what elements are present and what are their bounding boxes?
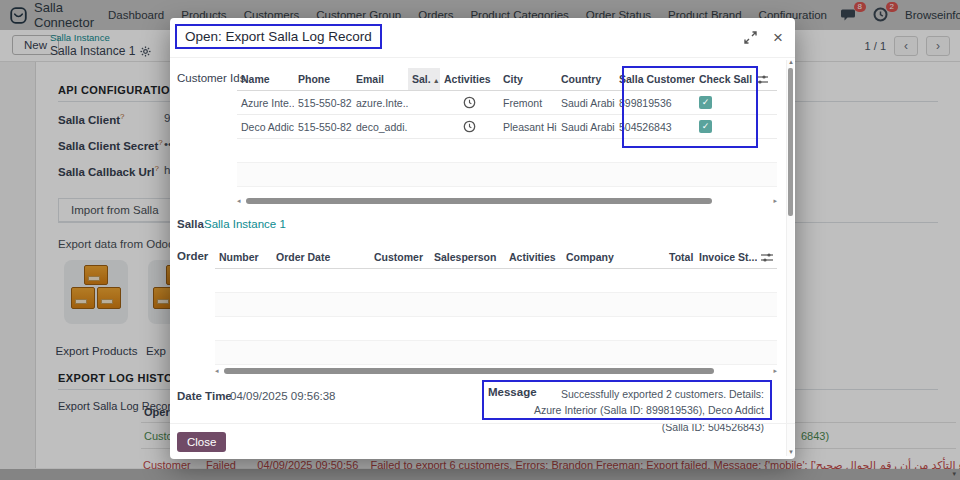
check-salla-checkbox[interactable]: ✓ xyxy=(699,96,712,109)
col-activities[interactable]: Activities xyxy=(505,246,562,269)
activity-clock-icon[interactable] xyxy=(440,115,499,139)
order-table-hscrollbar[interactable]: ◂▸ xyxy=(215,366,777,377)
col-country[interactable]: Country xyxy=(557,68,615,91)
col-total[interactable]: Total xyxy=(665,246,695,269)
modal-header: Open: Export Salla Log Record × xyxy=(170,18,795,58)
modal-title: Open: Export Salla Log Record xyxy=(175,24,382,49)
empty-row xyxy=(215,269,777,293)
modal-footer: Close xyxy=(170,423,795,459)
modal-vscrollbar[interactable]: ▴ ▾ xyxy=(786,60,794,456)
col-name[interactable]: Name xyxy=(237,68,294,91)
customer-table-hscrollbar[interactable]: ◂▸ xyxy=(237,196,777,207)
check-salla-checkbox[interactable]: ✓ xyxy=(699,120,712,133)
customer-table: Name Phone Email Sal.▲ Activities City C… xyxy=(237,68,777,187)
empty-row xyxy=(237,139,777,163)
col-salesperson[interactable]: Salesperson xyxy=(430,246,505,269)
col-city[interactable]: City xyxy=(499,68,557,91)
col-email[interactable]: Email xyxy=(352,68,408,91)
salla-instance-link[interactable]: Salla Instance 1 xyxy=(204,218,286,230)
order-label: Order xyxy=(177,250,208,262)
close-icon[interactable]: × xyxy=(773,29,783,46)
date-time-label: Date Time xyxy=(177,390,232,402)
optional-columns-icon[interactable] xyxy=(757,246,777,269)
customer-ids-label: Customer Ids xyxy=(177,72,245,84)
order-table: Number Order Date Customer Salesperson A… xyxy=(215,246,777,365)
empty-row xyxy=(215,293,777,317)
col-order-date[interactable]: Order Date xyxy=(272,246,370,269)
col-invoice-status[interactable]: Invoice St... xyxy=(695,246,757,269)
close-button[interactable]: Close xyxy=(177,432,226,452)
col-number[interactable]: Number xyxy=(215,246,272,269)
date-time-value: 04/09/2025 09:56:38 xyxy=(230,390,336,402)
customer-row[interactable]: Deco Addict 515-550-827 deco_addi... Ple… xyxy=(237,115,777,139)
sort-asc-icon: ▲ xyxy=(433,77,440,84)
col-check-salla[interactable]: Check Salla xyxy=(695,68,752,91)
vscrollbar-thumb[interactable] xyxy=(788,68,793,216)
col-company[interactable]: Company xyxy=(562,246,665,269)
empty-row xyxy=(215,317,777,341)
col-phone[interactable]: Phone xyxy=(294,68,352,91)
expand-icon[interactable] xyxy=(744,31,757,44)
salla-label: Salla xyxy=(177,218,204,230)
col-activities[interactable]: Activities xyxy=(440,68,499,91)
message-label: Message xyxy=(488,386,537,398)
col-sal-sorted[interactable]: Sal.▲ xyxy=(408,68,440,91)
customer-row[interactable]: Azure Inte... 515-550-827 azure.Inte... … xyxy=(237,91,777,115)
empty-row xyxy=(237,163,777,187)
optional-columns-icon[interactable] xyxy=(752,68,777,91)
activity-clock-icon[interactable] xyxy=(440,91,499,115)
col-salla-customer-id[interactable]: Salla Customer Id xyxy=(615,68,695,91)
empty-row xyxy=(215,341,777,365)
export-log-modal: Open: Export Salla Log Record × Customer… xyxy=(170,18,795,459)
screen: Salla Connector Dashboard Products Custo… xyxy=(0,0,960,480)
col-customer[interactable]: Customer xyxy=(370,246,430,269)
